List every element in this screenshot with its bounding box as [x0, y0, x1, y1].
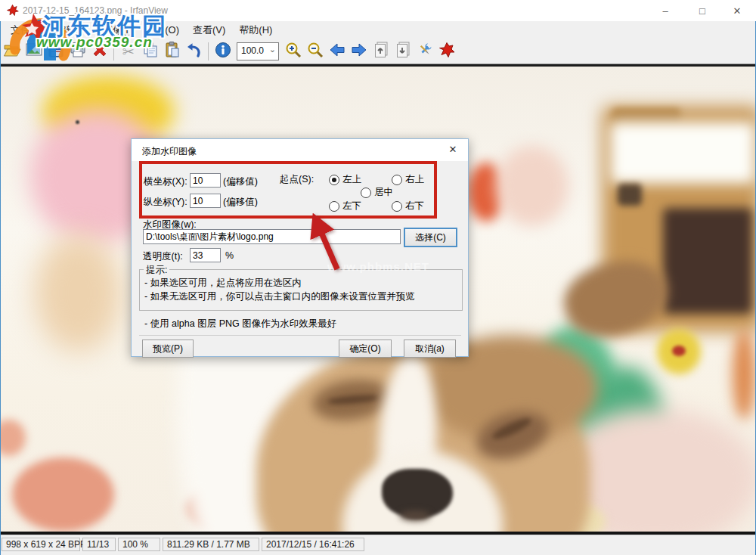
undo-button[interactable]	[183, 41, 205, 62]
slideshow-button[interactable]	[23, 41, 45, 62]
photo-blob	[35, 234, 122, 352]
copy-icon	[141, 41, 160, 62]
basket-handle	[612, 108, 681, 123]
menu-view[interactable]: 查看(V)	[186, 21, 232, 39]
irfanview-app-icon	[6, 4, 19, 17]
page-down-icon	[394, 41, 412, 62]
menu-edit[interactable]: 编辑(E)	[50, 21, 96, 39]
radio-bottom-right[interactable]: 右下	[392, 200, 424, 212]
properties-button[interactable]	[414, 41, 435, 62]
minimize-button[interactable]: –	[648, 0, 683, 21]
radio-button-icon	[329, 175, 339, 185]
info-button[interactable]	[212, 41, 234, 62]
status-file-size: 811.29 KB / 1.77 MB	[163, 538, 259, 551]
x-coordinate-label: 横坐标(X):	[144, 175, 187, 188]
zoom-in-icon	[284, 41, 302, 62]
zoom-combobox[interactable]: 100.0 ⌄	[237, 42, 279, 60]
previous-image-button[interactable]	[326, 41, 348, 62]
red-annotation-arrow	[301, 213, 349, 277]
page-up-icon	[372, 41, 390, 62]
blanket-dot	[12, 457, 114, 532]
zoom-in-button[interactable]	[282, 41, 304, 62]
arrow-right-icon	[350, 41, 368, 62]
mascot-button[interactable]	[435, 41, 457, 62]
plush-eye-dot	[76, 120, 79, 124]
first-page-button[interactable]	[370, 41, 392, 62]
printer-icon	[69, 41, 87, 62]
dialog-title-bar: 添加水印图像 ✕	[132, 139, 468, 161]
blanket-dot	[1, 420, 26, 456]
opacity-label: 透明度(t):	[143, 250, 183, 263]
radio-button-icon	[392, 175, 402, 185]
hints-title: 提示:	[144, 264, 169, 277]
paste-button[interactable]	[161, 41, 183, 62]
menu-help[interactable]: 帮助(H)	[232, 21, 279, 39]
image-top-border	[1, 64, 755, 67]
open-button[interactable]	[1, 41, 23, 62]
last-page-button[interactable]	[392, 41, 414, 62]
zoom-out-button[interactable]	[304, 41, 326, 62]
watermark-path-input[interactable]	[143, 229, 401, 244]
irfanview-window: 2017-12-15_164123.png - IrfanView – □ ✕ …	[0, 0, 756, 555]
menu-file[interactable]: 文件(F)	[4, 21, 50, 39]
origin-label: 起点(S):	[280, 173, 314, 186]
photo-blob	[400, 510, 430, 521]
basket-panel	[663, 208, 752, 314]
radio-center[interactable]: 居中	[361, 186, 393, 199]
status-file-index: 11/13	[82, 538, 116, 551]
print-button[interactable]	[67, 41, 88, 62]
window-title: 2017-12-15_164123.png - IrfanView	[23, 5, 168, 16]
info-icon	[214, 41, 232, 62]
y-coordinate-label: 纵坐标(Y):	[144, 196, 187, 209]
add-watermark-dialog: 添加水印图像 ✕ 横坐标(X): (偏移值) 纵坐标(Y): (偏移值) 起点(…	[131, 138, 469, 357]
x-offset-suffix: (偏移值)	[223, 175, 258, 188]
close-button[interactable]: ✕	[720, 0, 754, 21]
menu-bar: 文件(F) 编辑(E) 图像(I) 选项(O) 查看(V) 帮助(H)	[1, 21, 755, 39]
dialog-title: 添加水印图像	[142, 145, 197, 158]
open-folder-icon	[3, 41, 21, 62]
delete-button[interactable]	[88, 41, 110, 62]
dialog-close-icon[interactable]: ✕	[445, 144, 460, 157]
delete-x-icon	[91, 41, 109, 62]
slideshow-icon	[25, 41, 43, 62]
next-image-button[interactable]	[348, 41, 370, 62]
save-button[interactable]	[45, 41, 67, 62]
arrow-left-icon	[328, 41, 346, 62]
x-coordinate-input[interactable]	[190, 173, 221, 188]
menu-image[interactable]: 图像(I)	[96, 21, 138, 39]
ok-button[interactable]: 确定(O)	[339, 340, 392, 358]
menu-options[interactable]: 选项(O)	[138, 21, 186, 39]
save-floppy-icon	[47, 41, 65, 62]
plush-paw	[496, 146, 569, 226]
basket-knob	[618, 184, 642, 206]
radio-top-right[interactable]: 右上	[392, 173, 424, 186]
radio-bottom-left[interactable]: 左下	[329, 200, 361, 212]
tools-wrench-icon	[416, 41, 434, 62]
copy-button[interactable]	[139, 41, 161, 62]
preview-button[interactable]: 预览(P)	[142, 340, 194, 358]
zoom-value: 100.0	[241, 45, 264, 56]
toolbar: ✂ 100.0 ⌄	[1, 39, 755, 64]
separator-line	[139, 335, 461, 336]
radio-button-icon	[329, 201, 339, 212]
photo-blob	[672, 346, 686, 356]
cut-button[interactable]: ✂	[117, 41, 139, 62]
cancel-button[interactable]: 取消(a)	[404, 340, 456, 358]
opacity-unit: %	[225, 250, 234, 261]
photo-blob	[610, 122, 755, 184]
maximize-button[interactable]: □	[685, 0, 720, 21]
toolbar-separator	[208, 42, 209, 60]
radio-top-left[interactable]: 左上	[329, 173, 361, 186]
scissors-icon: ✂	[122, 43, 135, 60]
toolbar-separator	[113, 42, 114, 60]
title-bar: 2017-12-15_164123.png - IrfanView – □ ✕	[0, 0, 756, 21]
choose-button[interactable]: 选择(C)	[404, 228, 457, 247]
hint-line-3: - 使用 alpha 图层 PNG 图像作为水印效果最好	[144, 318, 336, 330]
irfanview-mascot-icon	[438, 41, 456, 62]
status-file-datetime: 2017/12/15 / 16:41:26	[262, 538, 364, 551]
opacity-input[interactable]	[190, 248, 221, 262]
y-coordinate-input[interactable]	[190, 194, 221, 208]
y-offset-suffix: (偏移值)	[223, 196, 258, 209]
photo-blob	[733, 329, 755, 420]
status-zoom-percent: 100 %	[118, 538, 160, 551]
